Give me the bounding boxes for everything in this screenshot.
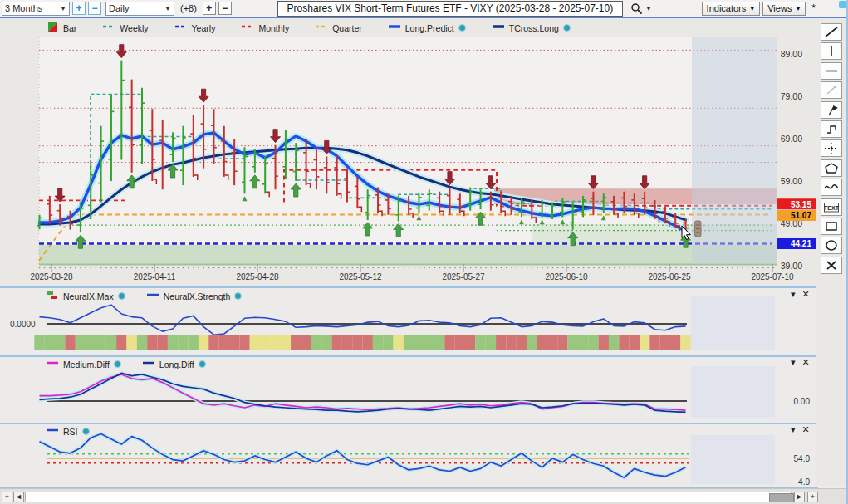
parallel-lines-icon <box>822 83 841 97</box>
close-panel-button[interactable]: ✕ <box>802 425 810 433</box>
neuralx-max-block <box>106 335 116 350</box>
collapse-panel-button[interactable]: ▾ <box>791 425 796 433</box>
legend-item-bar[interactable]: Bar <box>47 22 76 33</box>
indicators-button[interactable]: Indicators ▼ <box>702 2 761 16</box>
bars-offset-label: (+8) <box>180 3 197 13</box>
info-dot-icon[interactable] <box>234 292 242 300</box>
main-chart-legend: BarWeeklyYearlyMonthlyQuarterLong.Predic… <box>47 22 571 33</box>
info-dot-icon[interactable] <box>82 428 90 435</box>
neuralx-max-block <box>86 335 96 350</box>
tool-horizontal-line-button[interactable] <box>821 62 842 80</box>
tool-flag-note-button[interactable] <box>821 101 842 119</box>
info-dot-icon[interactable] <box>458 24 466 32</box>
tool-trend-line-button[interactable] <box>821 23 842 41</box>
rsi-panel-canvas[interactable]: 54.04.0 <box>0 424 848 488</box>
flag-note-icon <box>822 103 841 117</box>
symbol-title[interactable]: Proshares VIX Short-Term Futures ETF - V… <box>277 1 623 17</box>
tool-rectangle-button[interactable] <box>821 218 842 235</box>
shaded-zone <box>39 245 777 264</box>
info-dot-icon[interactable] <box>118 292 125 300</box>
delete-drawing-icon <box>822 258 841 272</box>
hscroll-thumb[interactable] <box>769 493 794 502</box>
legend-item-weekly[interactable]: Weekly <box>103 22 148 33</box>
panel-separator <box>0 355 818 357</box>
drawing-tools-sidebar: TEXT <box>816 20 846 486</box>
legend-item-neuralx-strength[interactable]: NeuralX.Strength <box>147 291 243 301</box>
hscroll-zoom-in-button[interactable]: + <box>807 492 818 502</box>
tool-step-tool-button[interactable] <box>821 120 842 138</box>
panel-axis-label: 0.00 <box>794 397 811 406</box>
remove-bars-button[interactable]: − <box>218 2 232 15</box>
yearly-dash-icon <box>175 22 188 32</box>
legend-item-rsi[interactable]: RSI <box>47 426 90 437</box>
neuralx-max-block <box>147 335 157 350</box>
neuralx-max-block <box>199 335 208 350</box>
zoom-in-button[interactable]: + <box>72 2 86 15</box>
rsi-panel-controls: ▾ ✕ <box>791 425 810 433</box>
legend-item-monthly[interactable]: Monthly <box>242 22 289 33</box>
main-chart-canvas[interactable]: 2025-03-282025-04-112025-04-282025-05-12… <box>0 18 848 288</box>
chevron-down-icon: ▼ <box>795 6 801 12</box>
neuralx-max-block <box>496 335 506 350</box>
views-button[interactable]: Views ▼ <box>762 2 806 16</box>
future-zone <box>691 366 775 418</box>
neuralx-max-block <box>352 335 362 350</box>
search-button[interactable]: ▼ <box>630 2 652 15</box>
legend-item-yearly[interactable]: Yearly <box>175 22 216 33</box>
neuralx-max-block <box>414 335 424 350</box>
period-select[interactable]: Daily ▼ <box>105 2 174 16</box>
blue-line-icon <box>147 291 159 300</box>
window-corner-accent <box>839 1 846 8</box>
rectangle-icon <box>822 219 841 233</box>
hscroll-track[interactable] <box>25 492 792 502</box>
text-tool-icon: TEXT <box>822 200 841 214</box>
modified-indicator: * <box>811 2 816 14</box>
vertical-line-icon <box>822 44 841 58</box>
info-dot-icon[interactable] <box>563 24 571 32</box>
legend-item-long-predict[interactable]: Long.Predict <box>389 22 466 33</box>
legend-item-label: NeuralX.Strength <box>164 291 231 301</box>
legend-item-label: RSI <box>63 427 78 437</box>
neuralx-max-block <box>260 335 270 350</box>
collapse-panel-button[interactable]: ▾ <box>791 290 796 298</box>
info-dot-icon[interactable] <box>114 360 121 368</box>
close-panel-button[interactable]: ✕ <box>802 358 810 366</box>
hscroll-left-arrow[interactable]: ◄ <box>13 492 24 502</box>
neuralx-max-block <box>568 335 578 350</box>
chart-drag-handle[interactable] <box>695 221 702 237</box>
polygon-icon <box>822 161 841 175</box>
neuralx-max-block <box>363 335 373 350</box>
neuralx-max-block <box>619 335 629 350</box>
weekly-dash-icon <box>103 22 115 32</box>
x-axis-label: 2025-05-12 <box>339 272 382 281</box>
quarter-dash-icon <box>316 22 328 32</box>
hscroll-right-arrow[interactable]: ► <box>794 492 805 502</box>
tool-text-tool-button[interactable]: TEXT <box>821 198 842 216</box>
x-axis-label: 2025-06-25 <box>648 272 691 281</box>
info-dot-icon[interactable] <box>199 360 206 368</box>
add-bars-button[interactable]: + <box>203 2 216 15</box>
horizontal-line-icon <box>822 64 841 78</box>
tool-polygon-button[interactable] <box>821 159 842 177</box>
range-select[interactable]: 3 Months ▼ <box>2 2 70 16</box>
hscroll-zoom-out-button[interactable]: + <box>2 492 12 502</box>
horizontal-scrollbar: + ◄ ► + <box>0 488 846 504</box>
y-axis-label: 79.00 <box>781 91 802 101</box>
tool-delete-drawing-button[interactable] <box>821 257 842 274</box>
legend-item-long-diff[interactable]: Long.Diff <box>143 359 206 369</box>
legend-item-tcross-long[interactable]: TCross.Long <box>493 22 571 33</box>
tool-vertical-line-button[interactable] <box>821 42 842 60</box>
tool-freehand-wave-button[interactable] <box>821 179 842 196</box>
legend-item-neuralx-max[interactable]: NeuralX.Max <box>47 291 125 301</box>
collapse-panel-button[interactable]: ▾ <box>791 358 796 366</box>
neuralx-max-block <box>660 335 670 350</box>
close-panel-button[interactable]: ✕ <box>802 290 810 298</box>
legend-item-medium-diff[interactable]: Medium.Diff <box>47 359 121 369</box>
neuralx-max-icon <box>47 291 59 300</box>
zoom-out-button[interactable]: − <box>88 2 101 15</box>
legend-item-quarter[interactable]: Quarter <box>316 22 362 33</box>
neuralx-max-block <box>527 335 537 350</box>
tool-crosshair-button[interactable] <box>821 139 842 157</box>
tool-ellipse-button[interactable] <box>821 237 842 254</box>
panel-separator <box>0 286 818 288</box>
